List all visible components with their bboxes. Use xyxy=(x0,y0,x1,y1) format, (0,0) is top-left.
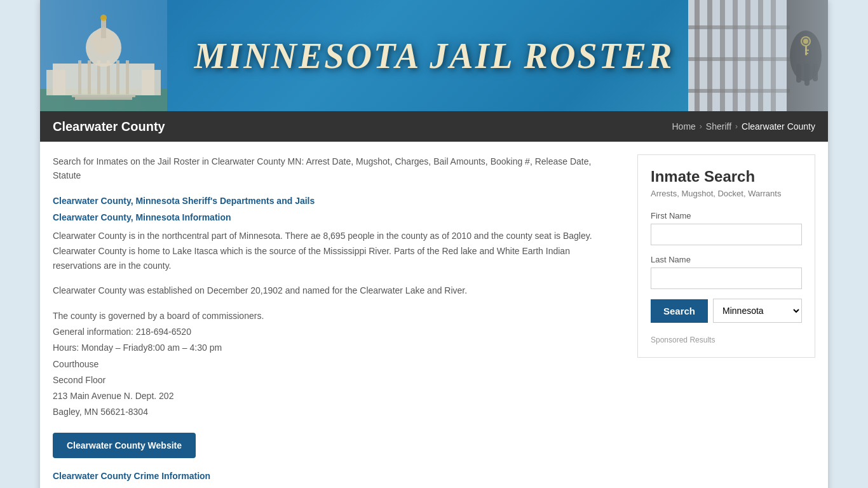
county-details-block: The county is governed by a board of com… xyxy=(53,308,618,420)
state-select[interactable]: Minnesota Wisconsin Iowa North Dakota So… xyxy=(713,299,802,323)
county-detail-line5: Second Floor xyxy=(53,372,618,388)
breadcrumb-sheriff[interactable]: Sheriff xyxy=(706,121,731,132)
heading-sheriffs: Clearwater County, Minnesota Sheriff's D… xyxy=(53,196,618,206)
breadcrumb-sep-1: › xyxy=(700,122,702,131)
county-paragraph-1: Clearwater County is in the northcentral… xyxy=(53,229,618,274)
county-paragraph-2: Clearwater County was established on Dec… xyxy=(53,283,618,299)
sidebar: Inmate Search Arrests, Mugshot, Docket, … xyxy=(637,154,815,488)
last-name-label: Last Name xyxy=(651,255,802,264)
inmate-search-title: Inmate Search xyxy=(651,168,802,186)
svg-rect-9 xyxy=(116,60,119,95)
heading-crime: Clearwater County Crime Information xyxy=(53,471,618,481)
capitol-image xyxy=(40,0,167,111)
svg-rect-6 xyxy=(88,60,91,95)
svg-rect-2 xyxy=(53,64,154,95)
county-website-button[interactable]: Clearwater County Website xyxy=(53,433,196,458)
breadcrumb-sep-2: › xyxy=(735,122,738,131)
inmate-search-subtitle: Arrests, Mugshot, Docket, Warrants xyxy=(651,189,802,198)
intro-paragraph: Search for Inmates on the Jail Roster in… xyxy=(53,154,618,183)
site-header: Minnesota Jail Roster xyxy=(40,0,828,111)
county-detail-line7: Bagley, MN 56621-8304 xyxy=(53,404,618,420)
svg-point-14 xyxy=(100,15,107,21)
heading-info: Clearwater County, Minnesota Information xyxy=(53,212,618,222)
search-button[interactable]: Search xyxy=(651,299,708,323)
first-name-label: First Name xyxy=(651,211,802,220)
header-right-bg xyxy=(688,0,828,111)
breadcrumb-county: Clearwater County xyxy=(742,121,815,132)
svg-rect-5 xyxy=(78,60,81,95)
inmate-search-box: Inmate Search Arrests, Mugshot, Docket, … xyxy=(637,154,815,358)
county-detail-line1: The county is governed by a board of com… xyxy=(53,308,618,324)
content-area: Search for Inmates on the Jail Roster in… xyxy=(53,154,637,488)
svg-rect-3 xyxy=(46,70,65,95)
sponsored-results: Sponsored Results xyxy=(651,336,802,344)
first-name-input[interactable] xyxy=(651,224,802,245)
county-detail-line6: 213 Main Avenue N. Dept. 202 xyxy=(53,388,618,404)
nav-bar: Clearwater County Home › Sheriff › Clear… xyxy=(40,111,828,142)
search-row: Search Minnesota Wisconsin Iowa North Da… xyxy=(651,299,802,323)
svg-rect-10 xyxy=(126,60,129,95)
main-layout: Search for Inmates on the Jail Roster in… xyxy=(40,142,828,488)
nav-page-title: Clearwater County xyxy=(53,119,165,134)
svg-rect-16 xyxy=(75,97,132,100)
first-name-group: First Name xyxy=(651,211,802,245)
county-detail-line3: Hours: Monday – Friady8:00 am – 4:30 pm xyxy=(53,340,618,356)
last-name-group: Last Name xyxy=(651,255,802,289)
svg-rect-13 xyxy=(101,19,106,38)
breadcrumb: Home › Sheriff › Clearwater County xyxy=(672,121,815,132)
site-title: Minnesota Jail Roster xyxy=(194,36,674,76)
svg-rect-4 xyxy=(142,70,161,95)
county-detail-line4: Courthouse xyxy=(53,356,618,372)
county-detail-line2: General information: 218-694-6520 xyxy=(53,324,618,340)
last-name-input[interactable] xyxy=(651,268,802,289)
breadcrumb-home[interactable]: Home xyxy=(672,121,695,132)
